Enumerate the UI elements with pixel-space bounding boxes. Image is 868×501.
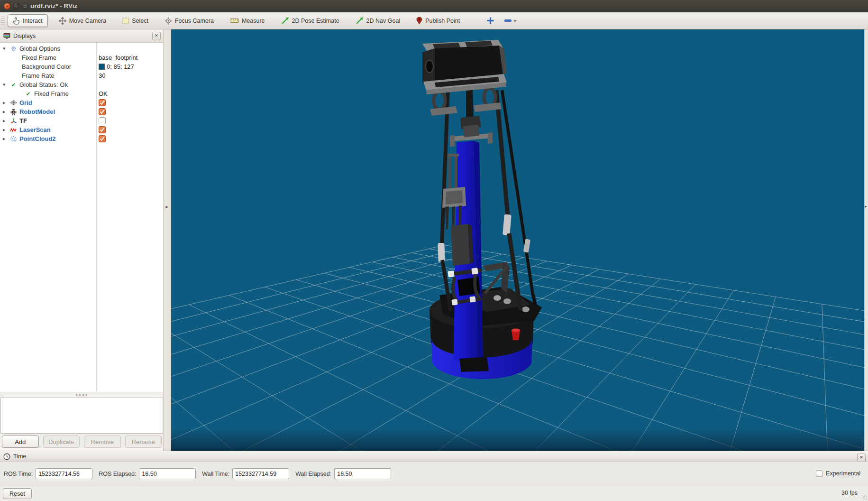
tree-row-frame-rate[interactable]: Frame Rate30 <box>0 71 163 80</box>
tree-row-pointcloud2[interactable]: ▶PointCloud2 <box>0 134 163 143</box>
collapse-left-arrow-icon[interactable]: ◂ <box>165 204 167 209</box>
render-viewport[interactable] <box>171 29 864 451</box>
viewport-bottom-shade <box>171 428 864 451</box>
display-checkbox[interactable] <box>99 108 106 115</box>
rviz-window: ✕ – □ urdf.rviz* - RViz InteractMove Cam… <box>0 0 868 501</box>
expander-down-icon[interactable]: ▼ <box>3 83 9 87</box>
displays-panel-title: Displays <box>13 33 36 39</box>
tree-row-label: TF <box>19 117 27 124</box>
tool-measure[interactable]: Measure <box>225 14 270 27</box>
tree-row-global-options[interactable]: ▼⚙Global Options <box>0 44 163 53</box>
pin-icon <box>416 17 422 25</box>
displays-panel: Displays ✕ ▼⚙Global OptionsFixed Frameba… <box>0 29 164 451</box>
display-checkbox[interactable] <box>99 126 106 133</box>
right-dock-strip[interactable]: ▸ <box>864 29 868 451</box>
displays-buttons-row: AddDuplicateRemoveRename <box>0 436 164 448</box>
green-arrow-icon <box>281 17 289 25</box>
minus-icon <box>504 17 517 25</box>
move-icon <box>59 17 66 25</box>
expander-right-icon[interactable]: ▶ <box>3 137 9 141</box>
toolbar-tools: InteractMove CameraSelectFocus CameraMea… <box>8 14 523 27</box>
experimental-label: Experimental <box>826 470 860 477</box>
tf-icon <box>9 118 18 124</box>
ros-elapsed-input[interactable] <box>139 468 196 479</box>
tree-row-grid[interactable]: ▶Grid <box>0 98 163 107</box>
gear-icon: ⚙ <box>9 46 18 52</box>
tree-row-value: 0; 85; 127 <box>107 63 134 70</box>
displays-duplicate-button[interactable]: Duplicate <box>43 436 80 448</box>
wall-elapsed-label: Wall Elapsed: <box>295 471 331 477</box>
expander-right-icon[interactable]: ▶ <box>3 101 9 105</box>
tree-row-fixed-frame[interactable]: Fixed Framebase_footprint <box>0 53 163 62</box>
panel-splitter-handle[interactable] <box>0 392 163 397</box>
window-close-button[interactable]: ✕ <box>4 3 10 9</box>
fps-counter: 30 fps <box>841 490 858 496</box>
tree-row-global-status-ok[interactable]: ▼✔Global Status: Ok <box>0 80 163 89</box>
tool-focus-camera[interactable]: Focus Camera <box>159 14 219 27</box>
window-maximize-button[interactable]: □ <box>22 3 28 9</box>
tree-row-label: RobotModel <box>19 108 55 115</box>
tree-row-label: Fixed Frame <box>22 54 56 61</box>
time-close-button[interactable]: ✕ <box>857 454 866 462</box>
monitor-icon <box>3 33 10 39</box>
experimental-toggle[interactable]: Experimental <box>816 470 860 477</box>
resize-grip[interactable] <box>862 495 867 500</box>
ros-time-input[interactable] <box>36 468 92 479</box>
status-bar: Reset 30 fps <box>0 485 868 501</box>
select-icon <box>122 18 129 24</box>
displays-rename-button[interactable]: Rename <box>125 436 162 448</box>
green-arrow-icon <box>356 17 364 25</box>
displays-close-button[interactable]: ✕ <box>152 32 161 40</box>
description-box <box>0 398 163 434</box>
hand-icon <box>13 17 20 25</box>
displays-add-button[interactable]: Add <box>2 436 39 448</box>
ros-elapsed-label: ROS Elapsed: <box>99 471 136 477</box>
display-checkbox[interactable] <box>99 135 106 142</box>
tree-row-label: Grid <box>19 99 32 106</box>
displays-panel-header: Displays ✕ <box>0 29 163 43</box>
tree-row-label: Global Status: Ok <box>19 81 68 88</box>
toolbar: InteractMove CameraSelectFocus CameraMea… <box>0 12 868 29</box>
tree-row-laserscan[interactable]: ▶LaserScan <box>0 125 163 134</box>
displays-tree: ▼⚙Global OptionsFixed Framebase_footprin… <box>0 43 163 392</box>
robot-icon <box>9 109 18 115</box>
add-tool-button[interactable] <box>483 14 498 27</box>
remove-tool-button[interactable] <box>501 14 521 27</box>
tree-row-background-color[interactable]: Background Color0; 85; 127 <box>0 62 163 71</box>
grid-icon <box>9 100 18 105</box>
time-panel-header: Time ✕ <box>0 451 868 462</box>
expander-right-icon[interactable]: ▶ <box>3 128 9 132</box>
tool-2d-pose-estimate[interactable]: 2D Pose Estimate <box>276 14 345 27</box>
tree-row-robotmodel[interactable]: ▶RobotModel <box>0 107 163 116</box>
display-checkbox[interactable] <box>99 117 106 124</box>
experimental-checkbox[interactable] <box>816 470 822 477</box>
wall-time-input[interactable] <box>232 468 289 479</box>
plus-icon <box>486 17 494 25</box>
red-cup <box>512 328 520 340</box>
displays-remove-button[interactable]: Remove <box>84 436 121 448</box>
reset-button[interactable]: Reset <box>3 488 32 499</box>
tool-select[interactable]: Select <box>117 14 154 27</box>
wall-elapsed-input[interactable] <box>334 468 391 479</box>
collapse-right-arrow-icon[interactable]: ▸ <box>865 204 867 209</box>
display-checkbox[interactable] <box>99 99 106 106</box>
tool-2d-nav-goal[interactable]: 2D Nav Goal <box>350 14 406 27</box>
tool-move-camera[interactable]: Move Camera <box>54 14 112 27</box>
measure-icon <box>230 18 239 23</box>
tree-row-tf[interactable]: ▶TF <box>0 116 163 125</box>
scene-background <box>171 29 864 451</box>
camera-head <box>422 40 507 94</box>
window-minimize-button[interactable]: – <box>13 3 19 9</box>
toolbar-grip-handle[interactable] <box>1 17 5 25</box>
tool-publish-point[interactable]: Publish Point <box>411 14 465 27</box>
tree-rows: ▼⚙Global OptionsFixed Framebase_footprin… <box>0 43 163 143</box>
dock-splitter[interactable]: ◂ <box>164 29 171 451</box>
tree-row-label: Global Options <box>19 45 60 52</box>
expander-down-icon[interactable]: ▼ <box>3 47 9 51</box>
tool-interact[interactable]: Interact <box>8 14 48 27</box>
expander-right-icon[interactable]: ▶ <box>3 119 9 123</box>
check-icon: ✔ <box>9 82 18 88</box>
tree-row-value: OK <box>99 90 108 97</box>
tree-row-fixed-frame[interactable]: ✔Fixed FrameOK <box>0 89 163 98</box>
expander-right-icon[interactable]: ▶ <box>3 110 9 114</box>
